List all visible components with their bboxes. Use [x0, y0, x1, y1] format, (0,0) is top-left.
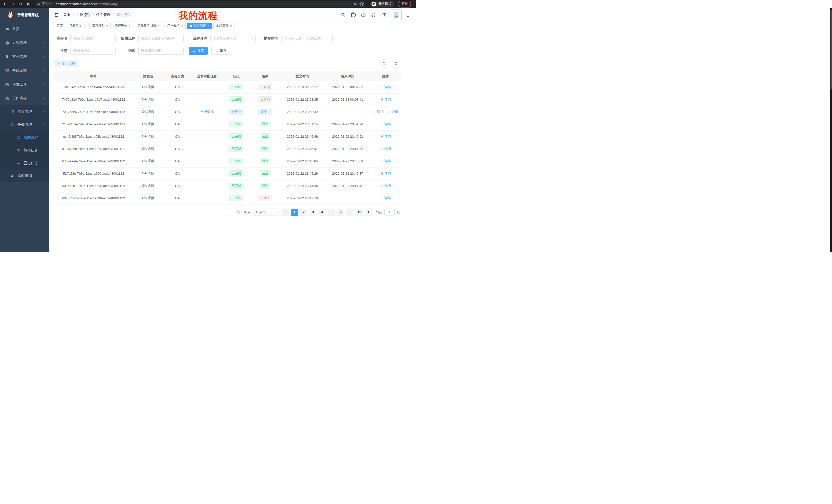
sidebar-item-todo-tasks[interactable]: 待办任务	[0, 144, 49, 157]
breadcrumb-item[interactable]: 工作流程	[76, 12, 90, 17]
result-badge: 通过	[260, 121, 270, 127]
detail-link[interactable]: 详情	[381, 122, 391, 127]
detail-link[interactable]: 详情	[381, 184, 391, 188]
breadcrumb-item[interactable]: 任务管理	[96, 12, 110, 17]
search-button[interactable]: 搜索	[189, 47, 208, 55]
app-logo[interactable]: 芋道管理系统	[0, 8, 49, 22]
detail-link[interactable]: 详情	[381, 97, 391, 102]
browser-forward-button[interactable]	[10, 1, 16, 7]
status-badge: 已完成	[229, 96, 243, 103]
submit-time-range-picker[interactable]: 开始日期 - 结束日期	[281, 35, 333, 43]
tab-start-process[interactable]: 发起流程×	[213, 23, 234, 29]
detail-link[interactable]: 详情	[388, 109, 398, 114]
page-button-11[interactable]: 11	[356, 208, 363, 216]
detail-link[interactable]: 详情	[381, 171, 391, 176]
close-icon[interactable]: ×	[129, 24, 131, 28]
breadcrumb-item[interactable]: 首页	[63, 12, 71, 17]
help-button[interactable]	[361, 12, 366, 17]
user-icon	[10, 174, 15, 178]
close-icon[interactable]: ×	[83, 24, 85, 28]
result-badge: 通过	[260, 146, 270, 152]
detail-link[interactable]: 详情	[381, 85, 391, 89]
sidebar-item-my-processes[interactable]: 我的流程	[0, 131, 49, 144]
cell-category: OA	[163, 167, 192, 179]
detail-link[interactable]: 详情	[381, 134, 391, 139]
tab-my-processes[interactable]: 我的流程×	[187, 23, 212, 29]
current-task-link[interactable]: 一级审批	[200, 110, 214, 114]
start-process-button[interactable]: 发起流程	[54, 60, 78, 67]
sidebar-item-done-tasks[interactable]: 已办任务	[0, 157, 49, 170]
col-status: 状态	[222, 72, 251, 81]
sidebar-collapse-icon[interactable]	[54, 12, 59, 18]
page-button-5[interactable]: 5	[328, 208, 335, 216]
github-link[interactable]	[351, 12, 356, 18]
result-select[interactable]: 请选择流结果	[138, 47, 184, 55]
page-button-4[interactable]: 4	[318, 208, 326, 216]
status-select[interactable]: 请选择状态	[71, 47, 116, 55]
cancel-link[interactable]: 取消	[373, 109, 384, 114]
result-badge: 不通过	[258, 195, 272, 201]
tab-process-form[interactable]: 流程表单×	[112, 23, 133, 29]
toolbox-icon	[5, 82, 9, 87]
sidebar-item-process-management[interactable]: 流程管理	[0, 105, 49, 118]
page-button-3[interactable]: 3	[309, 208, 316, 216]
detail-link[interactable]: 详情	[381, 196, 391, 200]
status-badge: 已完成	[229, 158, 243, 164]
cell-id: 7317cec6-7b9b-11ec-b5b7-acde48001122	[54, 106, 133, 118]
sidebar-item-leave-query[interactable]: 请假查询	[0, 170, 49, 183]
page-size-select[interactable]: 10条/页	[253, 208, 279, 216]
sidebar-item-devtools[interactable]: 研发工具	[0, 78, 49, 91]
more-pages-button[interactable]: •••	[346, 208, 354, 216]
refresh-table-button[interactable]	[392, 59, 400, 68]
update-button[interactable]: 更新	[398, 1, 413, 7]
prev-page-button[interactable]	[282, 208, 289, 216]
sidebar-item-payment[interactable]: ¥ 支付管理	[0, 50, 49, 64]
page-button-1[interactable]: 1	[291, 208, 298, 216]
page-button-6[interactable]: 6	[337, 208, 344, 216]
sidebar-item-task-management[interactable]: 任务管理	[0, 118, 49, 131]
category-select[interactable]: 请选择流程分类	[210, 35, 256, 43]
detail-link[interactable]: 详情	[381, 159, 391, 163]
goto-page-input[interactable]	[384, 208, 395, 216]
browser-menu-dots-icon[interactable]	[410, 2, 411, 6]
bookmark-star-icon[interactable]	[359, 2, 364, 6]
sidebar-item-workflow[interactable]: 工作流程	[0, 91, 49, 105]
cell-category: OA	[163, 93, 192, 106]
active-tab-dot	[190, 25, 192, 27]
avatar-caret-icon[interactable]	[407, 16, 409, 18]
tab-process-form-edit[interactable]: 流程表单-编辑×	[135, 23, 163, 29]
browser-home-button[interactable]	[25, 1, 31, 7]
fullscreen-button[interactable]	[371, 12, 376, 17]
browser-reload-button[interactable]	[18, 1, 24, 7]
close-icon[interactable]: ×	[159, 24, 160, 28]
detail-link[interactable]: 详情	[381, 146, 391, 151]
sidebar-item-home[interactable]: 首页	[0, 22, 49, 36]
close-icon[interactable]: ×	[230, 24, 232, 28]
browser-back-button[interactable]	[2, 1, 8, 7]
font-size-button[interactable]: TT	[381, 12, 386, 17]
tab-home[interactable]: 首页	[54, 23, 65, 29]
process-name-input[interactable]	[71, 35, 116, 43]
page-button-2[interactable]: 2	[300, 208, 307, 216]
cell-submit-time: 2022-01-22 23:53:35	[280, 93, 325, 106]
parent-process-input[interactable]	[138, 35, 184, 43]
avatar[interactable]	[391, 9, 401, 20]
address-bar[interactable]: 不安全 dashboard.yudao.iocoder.cn/bpm/task/…	[34, 1, 366, 7]
close-icon[interactable]: ×	[106, 24, 108, 28]
tab-user-group[interactable]: 用户分组×	[164, 23, 186, 29]
tab-process-model[interactable]: 流程模型×	[89, 23, 110, 29]
security-label[interactable]: 不安全	[42, 2, 52, 6]
close-icon[interactable]: ×	[181, 24, 183, 28]
cell-id: 03c6c157-7b9a-11ec-a290-acde48001122	[54, 192, 133, 204]
close-icon[interactable]: ×	[207, 24, 209, 28]
search-icon	[192, 49, 196, 53]
sidebar-item-infrastructure[interactable]: 基础设施	[0, 64, 49, 78]
show-search-toggle-button[interactable]	[380, 59, 389, 68]
next-page-button[interactable]	[365, 208, 372, 216]
yen-icon: ¥	[5, 54, 9, 59]
sidebar-item-system[interactable]: 系统管理	[0, 36, 49, 50]
reset-button[interactable]: 重置	[211, 47, 230, 55]
tab-process-definition[interactable]: 流程定义×	[67, 23, 88, 29]
header-search-button[interactable]	[341, 12, 345, 17]
key-icon[interactable]	[354, 2, 358, 6]
